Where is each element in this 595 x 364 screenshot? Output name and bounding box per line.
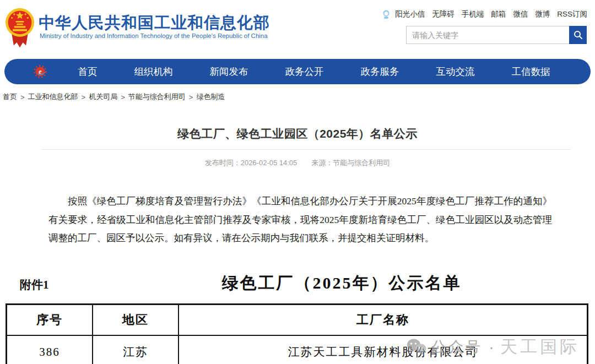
breadcrumb: 首页 > 工业和信息化部 > 机关司局 > 节能与综合利用司 > 绿色制造 — [3, 92, 225, 102]
source: 节能与综合利用司 — [333, 159, 390, 167]
quick-link-mobile[interactable]: 手机端 — [462, 9, 484, 19]
table-header-row: 序号 地区 工厂名称 — [7, 305, 588, 336]
green-factory-table: 序号 地区 工厂名称 386 江苏 江苏天工工具新材料股份有限公司 — [6, 303, 588, 364]
site-header: 中华人民共和国工业和信息化部 Ministry of Industry and … — [0, 0, 595, 55]
breadcrumb-green-manufacturing[interactable]: 绿色制造 — [196, 92, 225, 102]
quick-links: 阳光小信 无障碍 手机端 邮箱 微信 微博 RSS订阅 — [382, 9, 587, 19]
nav-item-gov-disclosure[interactable]: 政务公开 — [285, 65, 324, 78]
header-region: 地区 — [93, 305, 178, 336]
nav-item-data[interactable]: 工信数据 — [512, 65, 550, 78]
breadcrumb-separator: > — [82, 93, 86, 101]
article-title: 绿色工厂、绿色工业园区（2025年）名单公示 — [0, 126, 595, 142]
table-row: 386 江苏 江苏天工工具新材料股份有限公司 — [7, 335, 588, 364]
breadcrumb-miit[interactable]: 工业和信息化部 — [28, 92, 78, 102]
cell-region: 江苏 — [93, 335, 178, 364]
publish-time-label: 发布时间： — [205, 159, 241, 167]
breadcrumb-departments[interactable]: 机关司局 — [89, 92, 117, 102]
quick-link-sunshine[interactable]: 阳光小信 — [395, 9, 425, 19]
quick-link-weibo[interactable]: 微博 — [535, 9, 550, 19]
publish-time: 2026-02-05 14:05 — [241, 159, 298, 167]
national-emblem-icon — [4, 7, 35, 50]
cell-factory-name: 江苏天工工具新材料股份有限公司 — [178, 335, 588, 364]
search-input[interactable] — [406, 26, 569, 44]
breadcrumb-home[interactable]: 首页 — [3, 92, 17, 102]
site-title: 中华人民共和国工业和信息化部 — [39, 12, 270, 34]
quick-link-mail[interactable]: 邮箱 — [491, 9, 506, 19]
title-divider — [41, 149, 570, 150]
svg-text:e: e — [39, 68, 42, 75]
site-search — [406, 26, 587, 44]
source-label: 来源： — [311, 159, 333, 167]
nav-item-gov-services[interactable]: 政务服务 — [361, 65, 399, 78]
article-meta: 发布时间：2026-02-05 14:05来源：节能与综合利用司 — [0, 158, 595, 168]
breadcrumb-separator: > — [189, 93, 193, 101]
breadcrumb-separator: > — [20, 93, 25, 101]
article-paragraph: 按照《绿色工厂梯度培育及管理暂行办法》《工业和信息化部办公厅关于开展2025年度… — [48, 192, 552, 248]
nav-item-interaction[interactable]: 互动交流 — [436, 65, 475, 78]
header-seq: 序号 — [7, 305, 93, 336]
breadcrumb-separator: > — [121, 93, 125, 101]
quick-link-rss[interactable]: RSS订阅 — [557, 9, 587, 19]
main-nav: e 首页 组织机构 新闻发布 政务公开 政务服务 互动交流 工信数据 — [4, 59, 591, 84]
page: 中华人民共和国工业和信息化部 Ministry of Industry and … — [0, 0, 595, 364]
cell-seq: 386 — [7, 335, 93, 364]
header-factory-name: 工厂名称 — [178, 305, 588, 336]
sunshine-mascot-icon — [382, 10, 390, 19]
nav-items: 首页 组织机构 新闻发布 政务公开 政务服务 互动交流 工信数据 — [60, 65, 569, 78]
search-icon — [574, 30, 583, 40]
nav-item-news[interactable]: 新闻发布 — [210, 65, 248, 78]
nav-item-home[interactable]: 首页 — [78, 65, 98, 78]
quick-link-wechat[interactable]: 微信 — [513, 9, 528, 19]
site-subtitle: Ministry of Industry and Information Tec… — [40, 32, 268, 39]
attachment-title: 绿色工厂（2025年）公示名单 — [44, 272, 595, 295]
nav-item-organization[interactable]: 组织机构 — [134, 65, 173, 78]
miit-logo-icon: e — [33, 64, 48, 79]
breadcrumb-energy-dept[interactable]: 节能与综合利用司 — [128, 92, 186, 102]
search-button[interactable] — [569, 26, 587, 44]
quick-link-accessibility[interactable]: 无障碍 — [432, 9, 455, 19]
